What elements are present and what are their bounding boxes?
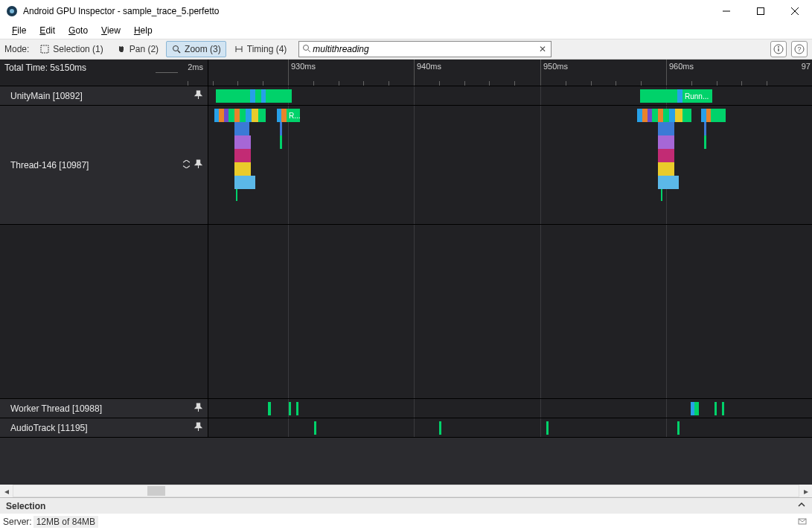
track-lane[interactable] xyxy=(208,418,812,437)
trace-slice[interactable] xyxy=(715,402,717,415)
trace-slice[interactable] xyxy=(701,109,706,122)
trace-slice[interactable] xyxy=(669,109,675,122)
trace-slice[interactable] xyxy=(234,135,251,149)
trace-slice[interactable] xyxy=(314,421,316,435)
trace-slice[interactable] xyxy=(694,402,699,415)
trace-slice[interactable] xyxy=(677,89,682,103)
help-button[interactable]: ? xyxy=(791,41,808,57)
scroll-right-button[interactable]: ▸ xyxy=(799,485,812,497)
menu-file[interactable]: File xyxy=(6,24,32,37)
pin-icon[interactable] xyxy=(191,90,203,102)
trace-slice[interactable] xyxy=(228,109,234,122)
trace-slice[interactable] xyxy=(658,149,674,162)
pan-icon xyxy=(116,44,127,54)
trace-slice[interactable] xyxy=(296,402,298,415)
trace-slice[interactable] xyxy=(268,402,271,415)
trace-slice[interactable] xyxy=(642,109,648,122)
mode-selection-button[interactable]: Selection (1) xyxy=(34,41,108,57)
track-row: Worker Thread [10988] xyxy=(0,399,812,418)
scrollbar-track[interactable] xyxy=(13,485,799,497)
track-label: AudioTrack [11195] xyxy=(10,423,191,433)
selection-panel[interactable]: Selection xyxy=(0,497,812,514)
trace-slice[interactable] xyxy=(280,122,282,135)
trace-slice[interactable] xyxy=(281,109,287,122)
svg-line-13 xyxy=(308,50,310,52)
mode-pan-button[interactable]: Pan (2) xyxy=(111,41,164,57)
trace-slice[interactable] xyxy=(677,421,680,435)
trace-slice[interactable] xyxy=(658,162,674,176)
svg-point-7 xyxy=(173,46,179,51)
trace-slice[interactable] xyxy=(234,162,251,176)
close-button[interactable] xyxy=(778,0,812,22)
collapse-icon[interactable] xyxy=(182,160,191,170)
trace-slice[interactable]: Runn... xyxy=(682,89,712,103)
trace-slice[interactable] xyxy=(682,109,691,122)
track-gutter[interactable]: Thread-146 [10987] xyxy=(0,106,208,224)
gutter-baseline xyxy=(156,72,178,73)
trace-slice[interactable] xyxy=(234,149,251,162)
track-lane[interactable] xyxy=(208,399,812,418)
trace-slice[interactable] xyxy=(704,122,706,135)
trace-slice[interactable] xyxy=(652,109,658,122)
trace-slice[interactable] xyxy=(637,109,642,122)
trace-slice[interactable] xyxy=(258,109,266,122)
track-lane[interactable] xyxy=(208,225,812,398)
maximize-button[interactable] xyxy=(744,0,778,22)
notification-icon[interactable] xyxy=(796,516,809,528)
ruler-canvas[interactable]: 97 930ms940ms950ms960ms xyxy=(208,60,812,86)
search-box[interactable]: ✕ xyxy=(298,41,552,57)
trace-slice[interactable] xyxy=(250,89,255,103)
minimize-button[interactable] xyxy=(709,0,744,22)
chevron-up-icon[interactable] xyxy=(797,500,806,511)
trace-slice[interactable] xyxy=(246,109,252,122)
trace-slice[interactable] xyxy=(234,109,240,122)
horizontal-scrollbar[interactable]: ◂ ▸ xyxy=(0,485,812,497)
tracks-container[interactable]: UnityMain [10892]Runn...Thread-146 [1098… xyxy=(0,86,812,485)
trace-slice[interactable] xyxy=(439,421,441,435)
menu-help[interactable]: Help xyxy=(128,24,159,37)
track-gutter[interactable] xyxy=(0,225,208,398)
trace-slice[interactable]: R... xyxy=(287,109,300,122)
trace-slice[interactable] xyxy=(266,89,292,103)
trace-slice[interactable] xyxy=(240,109,246,122)
mode-timing-label: Timing (4) xyxy=(247,44,287,54)
track-gutter[interactable]: AudioTrack [11195] xyxy=(0,418,208,437)
trace-slice[interactable] xyxy=(234,122,249,135)
trace-slice[interactable] xyxy=(234,176,255,189)
search-input[interactable] xyxy=(311,44,537,54)
mode-timing-button[interactable]: Timing (4) xyxy=(228,41,292,57)
trace-slice[interactable] xyxy=(704,135,706,149)
trace-slice[interactable] xyxy=(280,135,282,149)
trace-slice[interactable] xyxy=(252,109,258,122)
menu-goto[interactable]: Goto xyxy=(63,24,94,37)
scroll-left-button[interactable]: ◂ xyxy=(0,485,13,497)
trace-slice[interactable] xyxy=(219,109,224,122)
menu-view[interactable]: View xyxy=(95,24,127,37)
trace-slice[interactable] xyxy=(546,421,549,435)
menu-edit[interactable]: Edit xyxy=(33,24,61,37)
trace-slice[interactable] xyxy=(255,89,261,103)
scrollbar-thumb[interactable] xyxy=(147,486,165,496)
trace-mark xyxy=(661,189,662,201)
info-button[interactable] xyxy=(770,41,787,57)
mode-zoom-button[interactable]: Zoom (3) xyxy=(166,41,226,57)
total-time-label: Total Time: 5s150ms xyxy=(4,63,86,73)
trace-slice[interactable] xyxy=(722,402,724,415)
trace-slice[interactable] xyxy=(289,402,291,415)
pin-icon[interactable] xyxy=(191,403,203,415)
trace-slice[interactable] xyxy=(658,176,679,189)
trace-slice[interactable] xyxy=(711,109,726,122)
svg-point-12 xyxy=(304,45,309,50)
pin-icon[interactable] xyxy=(191,159,203,171)
track-lane[interactable]: Runn... xyxy=(208,86,812,105)
trace-slice[interactable] xyxy=(658,122,674,135)
trace-slice[interactable] xyxy=(663,109,669,122)
trace-slice[interactable] xyxy=(675,109,682,122)
search-clear-button[interactable]: ✕ xyxy=(537,44,548,54)
pin-icon[interactable] xyxy=(191,422,203,434)
track-gutter[interactable]: UnityMain [10892] xyxy=(0,86,208,105)
track-gutter[interactable]: Worker Thread [10988] xyxy=(0,399,208,418)
track-lane[interactable]: R... xyxy=(208,106,812,224)
trace-slice[interactable] xyxy=(658,135,674,149)
trace-slice[interactable] xyxy=(658,109,663,122)
